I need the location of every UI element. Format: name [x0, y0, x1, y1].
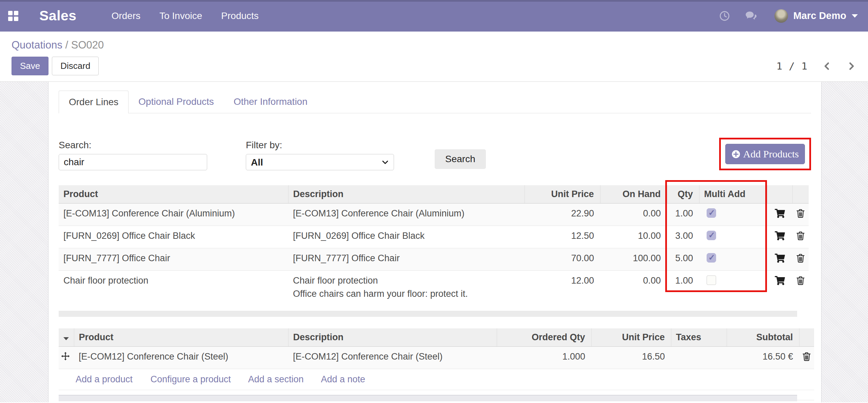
col-ordered-qty[interactable]: Ordered Qty [497, 328, 591, 347]
col-taxes[interactable]: Taxes [671, 328, 727, 347]
qty-cell[interactable]: 1.00 [667, 271, 699, 304]
multi-add-cell [699, 226, 767, 248]
description-cell: [FURN_7777] Office Chair [288, 248, 525, 271]
product-cell: [FURN_0269] Office Chair Black [59, 226, 288, 248]
cart-icon[interactable] [775, 231, 785, 241]
multi-add-checkbox[interactable] [707, 275, 716, 285]
qty-cell[interactable]: 5.00 [667, 248, 699, 271]
search-button[interactable]: Search [435, 149, 486, 169]
cart-icon[interactable] [775, 253, 785, 263]
multi-add-checkbox[interactable] [707, 208, 716, 218]
add-to-cart-cell [767, 226, 792, 248]
menu-orders[interactable]: Orders [112, 11, 141, 21]
tab-optional-products[interactable]: Optional Products [129, 91, 224, 113]
save-button[interactable]: Save [12, 57, 48, 75]
on-hand-cell: 0.00 [600, 271, 667, 304]
app-brand[interactable]: Sales [39, 8, 77, 24]
order-line-row: [E-COM12] Conference Chair (Steel) [E-CO… [59, 347, 814, 369]
qty-cell[interactable]: 1.00 [667, 204, 699, 226]
messages-icon[interactable] [745, 10, 757, 22]
trash-icon[interactable] [795, 231, 806, 241]
unit-price-cell: 22.90 [525, 204, 600, 226]
multi-add-checkbox[interactable] [707, 253, 716, 263]
breadcrumb-separator: / [65, 39, 71, 51]
filter-select[interactable]: All [246, 154, 394, 170]
description-cell: Chair floor protection Office chairs can… [288, 271, 525, 304]
col-on-hand: On Hand [600, 185, 667, 204]
product-cell: [FURN_7777] Office Chair [59, 248, 288, 271]
add-to-cart-cell [767, 248, 792, 271]
remove-cell [792, 271, 809, 304]
remove-cell [792, 204, 809, 226]
add-a-product-link[interactable]: Add a product [76, 374, 133, 384]
product-search-header-row: Product Description Unit Price On Hand Q… [59, 185, 809, 204]
optional-columns-cell [59, 328, 74, 347]
multi-add-cell [699, 248, 767, 271]
form-sheet: Order Lines Optional Products Other Info… [48, 82, 822, 402]
pager: 1 / 1 [776, 60, 856, 72]
tab-other-information[interactable]: Other Information [224, 91, 317, 113]
col-qty: Qty [667, 185, 699, 204]
col-description[interactable]: Description [288, 328, 497, 347]
optional-columns-caret-icon[interactable] [63, 337, 69, 340]
menu-to-invoice[interactable]: To Invoice [159, 11, 202, 21]
apps-menu-icon[interactable] [8, 11, 18, 21]
menu-products[interactable]: Products [221, 11, 259, 21]
breadcrumb-current: SO020 [71, 39, 104, 51]
col-subtotal[interactable]: Subtotal [727, 328, 799, 347]
add-a-note-link[interactable]: Add a note [321, 374, 365, 384]
drag-handle-icon[interactable] [61, 351, 70, 361]
qty-cell[interactable]: 3.00 [667, 226, 699, 248]
on-hand-cell: 100.00 [600, 248, 667, 271]
user-name: Marc Demo [793, 10, 846, 21]
taxes-cell[interactable] [671, 347, 727, 369]
product-search-panel: Search: Filter by: All Search [59, 140, 811, 170]
on-hand-cell: 10.00 [600, 226, 667, 248]
col-product[interactable]: Product [74, 328, 288, 347]
description-cell: [FURN_0269] Office Chair Black [288, 226, 525, 248]
product-cell[interactable]: [E-COM12] Conference Chair (Steel) [74, 347, 288, 369]
description-cell[interactable]: [E-COM12] Conference Chair (Steel) [288, 347, 497, 369]
discard-button[interactable]: Discard [52, 57, 99, 75]
trash-icon[interactable] [802, 351, 812, 362]
search-input[interactable] [59, 154, 207, 170]
col-multi-add: Multi Add [699, 185, 767, 204]
cart-icon[interactable] [775, 275, 785, 286]
table-footer-strip [59, 311, 797, 317]
trash-icon[interactable] [795, 208, 806, 218]
plus-circle-icon [731, 150, 741, 159]
col-unit-price[interactable]: Unit Price [591, 328, 671, 347]
add-to-cart-cell [767, 271, 792, 304]
col-actions-2 [792, 185, 809, 204]
add-to-cart-cell [767, 204, 792, 226]
col-product: Product [59, 185, 288, 204]
product-search-table: Product Description Unit Price On Hand Q… [59, 185, 809, 304]
multi-add-cell [699, 204, 767, 226]
breadcrumb: Quotations / SO020 [12, 39, 856, 51]
user-menu[interactable]: Marc Demo [774, 9, 858, 23]
pager-next-icon[interactable] [846, 61, 856, 71]
subtotal-cell: 16.50 € [727, 347, 799, 369]
ordered-qty-cell[interactable]: 1.000 [497, 347, 591, 369]
list-add-links-row: Add a product Configure a product Add a … [59, 369, 814, 390]
tab-order-lines[interactable]: Order Lines [59, 91, 129, 113]
configure-a-product-link[interactable]: Configure a product [151, 374, 231, 384]
filter-by-label: Filter by: [246, 140, 394, 151]
activities-clock-icon[interactable] [719, 10, 730, 22]
control-panel: Quotations / SO020 Save Discard 1 / 1 [0, 32, 868, 82]
unit-price-cell: 12.50 [525, 226, 600, 248]
add-a-section-link[interactable]: Add a section [248, 374, 304, 384]
top-menu: Orders To Invoice Products [112, 11, 259, 21]
trash-icon[interactable] [795, 253, 806, 263]
breadcrumb-quotations-link[interactable]: Quotations [12, 39, 62, 51]
description-cell: [E-COM13] Conference Chair (Aluminium) [288, 204, 525, 226]
trash-icon[interactable] [795, 275, 806, 286]
pager-previous-icon[interactable] [822, 61, 832, 71]
unit-price-cell[interactable]: 16.50 [591, 347, 671, 369]
top-navbar: Sales Orders To Invoice Products Marc De… [0, 0, 868, 32]
cart-icon[interactable] [775, 208, 785, 218]
table-row: [FURN_0269] Office Chair Black [FURN_026… [59, 226, 809, 248]
col-actions [767, 185, 792, 204]
multi-add-checkbox[interactable] [707, 231, 716, 240]
add-products-button[interactable]: Add Products [725, 144, 805, 164]
